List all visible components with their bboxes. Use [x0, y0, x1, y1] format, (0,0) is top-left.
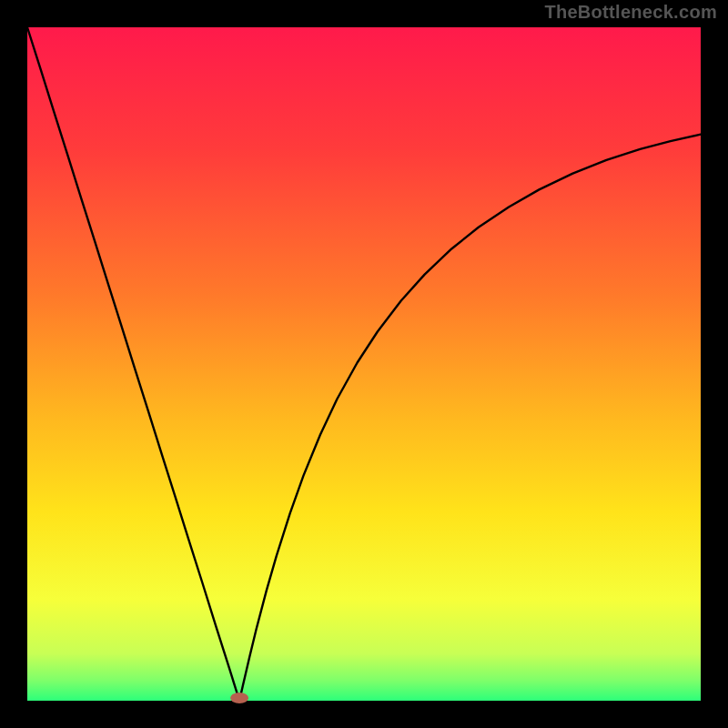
chart-svg [0, 0, 728, 728]
watermark-text: TheBottleneck.com [544, 2, 717, 23]
gradient-plot-background [27, 27, 701, 701]
minimum-marker [230, 693, 248, 703]
chart-wrapper: { "watermark": "TheBottleneck.com", "cha… [0, 0, 728, 728]
